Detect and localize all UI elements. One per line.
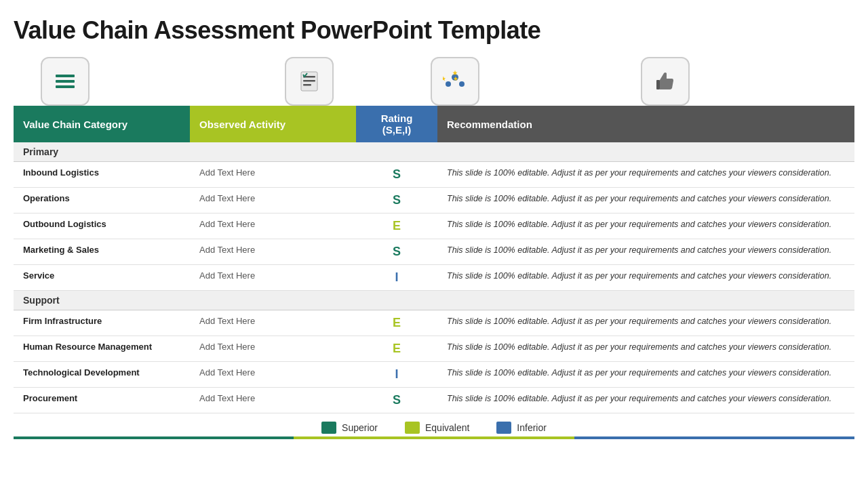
icons-row bbox=[14, 57, 854, 106]
category-cell: Firm Infrastructure bbox=[14, 310, 190, 336]
thumbsup-icon bbox=[641, 57, 690, 106]
icon-col-1 bbox=[14, 57, 190, 106]
category-cell: Operations bbox=[14, 188, 190, 214]
table-row: Marketing & SalesAdd Text HereSThis slid… bbox=[14, 239, 854, 265]
rating-icon bbox=[431, 57, 479, 106]
rating-cell: I bbox=[356, 362, 437, 388]
category-cell: Outbound Logistics bbox=[14, 214, 190, 239]
recommendation-cell: This slide is 100% editable. Adjust it a… bbox=[437, 188, 854, 214]
recommendation-cell: This slide is 100% editable. Adjust it a… bbox=[437, 388, 854, 413]
svg-rect-1 bbox=[56, 80, 75, 83]
svg-marker-11 bbox=[443, 76, 446, 81]
section-header: Primary bbox=[14, 142, 854, 162]
svg-point-9 bbox=[459, 81, 465, 87]
section-header: Support bbox=[14, 291, 854, 310]
legend-item: Superior bbox=[321, 422, 378, 434]
rating-cell: I bbox=[356, 265, 437, 291]
bottom-blue bbox=[574, 436, 854, 439]
legend-swatch bbox=[496, 422, 511, 434]
category-cell: Marketing & Sales bbox=[14, 239, 190, 265]
rating-cell: E bbox=[356, 214, 437, 239]
rating-cell: S bbox=[356, 388, 437, 413]
rating-cell: E bbox=[356, 336, 437, 362]
recommendation-cell: This slide is 100% editable. Adjust it a… bbox=[437, 239, 854, 265]
svg-rect-2 bbox=[56, 85, 75, 88]
legend-swatch bbox=[405, 422, 420, 434]
rating-cell: E bbox=[356, 310, 437, 336]
legend-label: Inferior bbox=[517, 422, 547, 433]
legend-item: Equivalent bbox=[405, 422, 469, 434]
recommendation-cell: This slide is 100% editable. Adjust it a… bbox=[437, 214, 854, 239]
icon-col-4 bbox=[519, 57, 854, 106]
recommendation-cell: This slide is 100% editable. Adjust it a… bbox=[437, 336, 854, 362]
rating-cell: S bbox=[356, 162, 437, 188]
header-activity: Observed Activity bbox=[190, 106, 356, 142]
rating-cell: S bbox=[356, 239, 437, 265]
icon-col-3 bbox=[356, 57, 519, 106]
header-rating: Rating (S,E,I) bbox=[356, 106, 437, 142]
table-header: Value Chain Category Observed Activity R… bbox=[14, 106, 854, 142]
table-row: ProcurementAdd Text HereSThis slide is 1… bbox=[14, 388, 854, 413]
activity-cell: Add Text Here bbox=[190, 388, 356, 413]
category-cell: Service bbox=[14, 265, 190, 291]
legend-swatch bbox=[321, 422, 336, 434]
activity-cell: Add Text Here bbox=[190, 362, 356, 388]
recommendation-cell: This slide is 100% editable. Adjust it a… bbox=[437, 265, 854, 291]
recommendation-cell: This slide is 100% editable. Adjust it a… bbox=[437, 362, 854, 388]
activity-cell: Add Text Here bbox=[190, 214, 356, 239]
table-row: ServiceAdd Text HereIThis slide is 100% … bbox=[14, 265, 854, 291]
legend-item: Inferior bbox=[496, 422, 547, 434]
svg-point-8 bbox=[446, 81, 451, 87]
svg-rect-0 bbox=[56, 75, 75, 77]
rating-cell: S bbox=[356, 188, 437, 214]
activity-cell: Add Text Here bbox=[190, 239, 356, 265]
category-cell: Inbound Logistics bbox=[14, 162, 190, 188]
list-icon bbox=[41, 57, 90, 106]
table-row: Firm InfrastructureAdd Text HereEThis sl… bbox=[14, 310, 854, 336]
header-recommendation: Recommendation bbox=[437, 106, 854, 142]
checklist-icon bbox=[285, 57, 334, 106]
bottom-lime bbox=[294, 436, 574, 439]
table-row: Outbound LogisticsAdd Text HereEThis sli… bbox=[14, 214, 854, 239]
activity-cell: Add Text Here bbox=[190, 162, 356, 188]
category-cell: Technological Development bbox=[14, 362, 190, 388]
legend-row: SuperiorEquivalentInferior bbox=[14, 416, 854, 436]
table-row: OperationsAdd Text HereSThis slide is 10… bbox=[14, 188, 854, 214]
main-table: Value Chain Category Observed Activity R… bbox=[14, 106, 854, 413]
legend-label: Equivalent bbox=[425, 422, 469, 433]
activity-cell: Add Text Here bbox=[190, 265, 356, 291]
category-cell: Procurement bbox=[14, 388, 190, 413]
activity-cell: Add Text Here bbox=[190, 188, 356, 214]
activity-cell: Add Text Here bbox=[190, 336, 356, 362]
table-row: Human Resource ManagementAdd Text HereET… bbox=[14, 336, 854, 362]
svg-rect-6 bbox=[303, 84, 311, 86]
table-row: Technological DevelopmentAdd Text HereIT… bbox=[14, 362, 854, 388]
svg-rect-5 bbox=[303, 80, 315, 82]
table-body: PrimaryInbound LogisticsAdd Text HereSTh… bbox=[14, 142, 854, 413]
activity-cell: Add Text Here bbox=[190, 310, 356, 336]
svg-rect-13 bbox=[656, 80, 660, 89]
legend-label: Superior bbox=[342, 422, 378, 433]
recommendation-cell: This slide is 100% editable. Adjust it a… bbox=[437, 162, 854, 188]
table-row: Inbound LogisticsAdd Text HereSThis slid… bbox=[14, 162, 854, 188]
icon-col-2 bbox=[190, 57, 356, 106]
bottom-line bbox=[14, 436, 854, 439]
recommendation-cell: This slide is 100% editable. Adjust it a… bbox=[437, 310, 854, 336]
category-cell: Human Resource Management bbox=[14, 336, 190, 362]
header-category: Value Chain Category bbox=[14, 106, 190, 142]
bottom-green bbox=[14, 436, 294, 439]
page-title: Value Chain Assessment PowerPoint Templa… bbox=[14, 16, 854, 45]
